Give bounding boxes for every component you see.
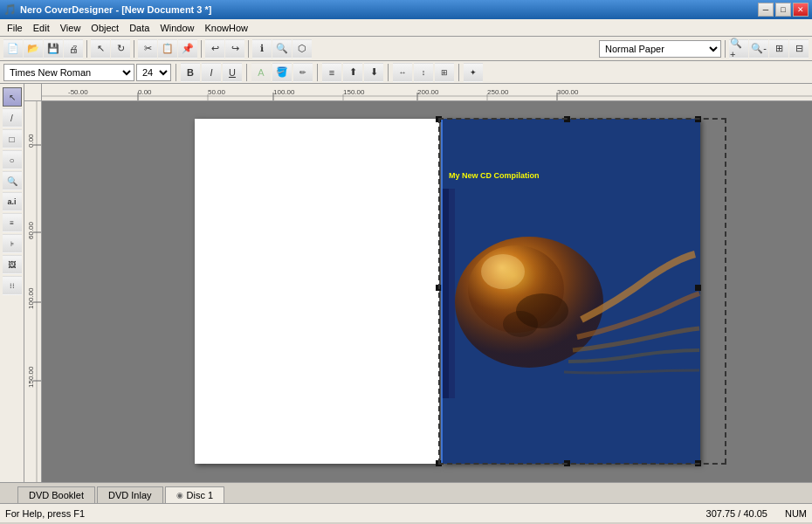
menu-object[interactable]: Object xyxy=(86,21,124,35)
svg-text:50.00: 50.00 xyxy=(208,88,226,96)
sep1 xyxy=(86,40,87,58)
save-button[interactable]: 💾 xyxy=(44,39,63,59)
svg-text:60.00: 60.00 xyxy=(27,221,35,239)
zoom-out-button[interactable]: 🔍- xyxy=(749,39,768,59)
ellipse-tool[interactable]: ○ xyxy=(3,150,22,169)
zoom-button[interactable]: 🔍 xyxy=(272,39,292,59)
left-toolbar: ↖ / □ ○ 🔍 a.i ≡ ⊧ 🖼 ⁞⁞ xyxy=(0,84,24,482)
ruler-top: -50.00 0.00 50.00 100.00 150.00 200.00 2… xyxy=(24,84,812,101)
bold-button[interactable]: B xyxy=(181,63,200,82)
text-curved-tool[interactable]: ≡ xyxy=(3,213,22,232)
help-text: For Help, press F1 xyxy=(5,508,85,519)
sep4 xyxy=(248,40,249,58)
menu-view[interactable]: View xyxy=(55,21,86,35)
minimize-button[interactable]: ─ xyxy=(758,3,774,17)
svg-text:150.00: 150.00 xyxy=(27,366,35,388)
font-name-select[interactable]: Times New Roman Arial Helvetica xyxy=(3,64,134,81)
sep7 xyxy=(246,64,247,81)
text-tool[interactable]: a.i xyxy=(3,192,22,211)
print-button[interactable]: 🖨 xyxy=(64,39,83,59)
tab-dvd-inlay[interactable]: DVD Inlay xyxy=(97,486,163,503)
app-icon: 🎵 xyxy=(3,3,17,16)
canvas-wrapper[interactable]: My New CD Compilation xyxy=(42,101,812,482)
num-lock-indicator: NUM xyxy=(785,508,807,519)
zoom-reset-button[interactable]: ⊟ xyxy=(789,39,809,59)
coordinates-display: 307.75 / 40.05 xyxy=(706,508,767,519)
menu-edit[interactable]: Edit xyxy=(28,21,55,35)
selection-border-left xyxy=(438,118,440,464)
select-tool[interactable]: ↖ xyxy=(3,87,22,107)
page-divider-line xyxy=(441,119,443,464)
open-button[interactable]: 📂 xyxy=(24,39,43,59)
extra-tool[interactable]: ⁞⁞ xyxy=(3,276,22,295)
arrange-button[interactable]: ⊞ xyxy=(435,63,454,82)
status-bar: For Help, press F1 307.75 / 40.05 NUM xyxy=(0,503,812,522)
info-button[interactable]: ℹ xyxy=(252,39,272,59)
svg-text:250.00: 250.00 xyxy=(487,88,509,96)
align-bottom-button[interactable]: ⬇ xyxy=(364,63,383,82)
menu-data[interactable]: Data xyxy=(124,21,155,35)
paper-select-area: Normal Paper Avery Labels Custom xyxy=(599,40,721,58)
canvas-area[interactable]: -50.00 0.00 50.00 100.00 150.00 200.00 2… xyxy=(24,84,812,482)
zoom-in-button[interactable]: 🔍+ xyxy=(729,39,748,59)
distribute-v-button[interactable]: ↕ xyxy=(414,63,433,82)
italic-button[interactable]: I xyxy=(202,63,221,82)
ruler-left-svg: 0.00 60.00 100.00 150.00 xyxy=(24,101,42,482)
zoom-tool[interactable]: 🔍 xyxy=(3,171,22,190)
tab-bar: DVD Booklet DVD Inlay ◉ Disc 1 xyxy=(0,482,812,503)
svg-text:100.00: 100.00 xyxy=(273,88,295,96)
align-left-button[interactable]: ≡ xyxy=(322,63,341,82)
tab-dvd-booklet[interactable]: DVD Booklet xyxy=(17,486,95,503)
ruler-top-svg: -50.00 0.00 50.00 100.00 150.00 200.00 2… xyxy=(42,84,812,101)
paste-button[interactable]: 📌 xyxy=(178,39,197,59)
align-top-button[interactable]: ⬆ xyxy=(343,63,362,82)
svg-text:0.00: 0.00 xyxy=(138,88,152,96)
eyedropper-button[interactable]: ✏ xyxy=(293,63,313,82)
underline-button[interactable]: U xyxy=(223,63,242,82)
svg-text:150.00: 150.00 xyxy=(343,88,365,96)
selection-border-bottom xyxy=(438,463,726,465)
zoom-fit-button[interactable]: ⊞ xyxy=(769,39,788,59)
svg-point-27 xyxy=(481,254,525,289)
sep5 xyxy=(725,40,726,58)
align-tool[interactable]: ⊧ xyxy=(3,234,22,253)
font-size-select[interactable]: 24 12 18 36 xyxy=(136,64,171,81)
extra-button[interactable]: ⬡ xyxy=(292,39,312,59)
svg-text:300.00: 300.00 xyxy=(557,88,579,96)
tab-disc1[interactable]: ◉ Disc 1 xyxy=(165,486,225,503)
ruler-corner xyxy=(24,84,42,101)
paint-bucket-button[interactable]: 🪣 xyxy=(272,63,292,82)
new-button[interactable]: 📄 xyxy=(3,39,23,59)
rotate-button[interactable]: ↻ xyxy=(111,39,130,59)
cut-button[interactable]: ✂ xyxy=(138,39,157,59)
selection-border-top xyxy=(438,118,726,120)
menu-window[interactable]: Window xyxy=(155,21,199,35)
selection-border-right xyxy=(725,118,726,464)
sep2 xyxy=(134,40,134,58)
rect-tool[interactable]: □ xyxy=(3,129,22,148)
svg-rect-31 xyxy=(442,189,449,398)
tab-disc1-label: Disc 1 xyxy=(187,490,214,500)
line-tool[interactable]: / xyxy=(3,108,22,128)
paper-select-dropdown[interactable]: Normal Paper Avery Labels Custom xyxy=(599,40,721,58)
menu-knowhow[interactable]: KnowHow xyxy=(200,21,254,35)
handle-mr[interactable] xyxy=(695,285,701,291)
color-picker-button[interactable]: A xyxy=(251,63,271,82)
svg-text:-50.00: -50.00 xyxy=(68,88,88,96)
copy-button[interactable]: 📋 xyxy=(158,39,177,59)
undo-button[interactable]: ↩ xyxy=(205,39,224,59)
svg-point-29 xyxy=(503,311,538,337)
select-button[interactable]: ↖ xyxy=(91,39,110,59)
menu-file[interactable]: File xyxy=(2,21,28,35)
close-button[interactable]: ✕ xyxy=(793,3,809,17)
distribute-h-button[interactable]: ↔ xyxy=(393,63,412,82)
cd-label-text: My New CD Compilation xyxy=(449,171,540,180)
maximize-button[interactable]: □ xyxy=(775,3,791,17)
ruler-left: 0.00 60.00 100.00 150.00 xyxy=(24,101,42,482)
image-tool[interactable]: 🖼 xyxy=(3,255,22,274)
redo-button[interactable]: ↪ xyxy=(225,39,244,59)
page-left xyxy=(195,119,439,464)
main-toolbar: 📄 📂 💾 🖨 ↖ ↻ ✂ 📋 📌 ↩ ↪ ℹ 🔍 ⬡ Normal Paper… xyxy=(0,37,812,61)
special-button[interactable]: ✦ xyxy=(464,63,483,82)
tab-dvd-inlay-label: DVD Inlay xyxy=(108,490,152,500)
